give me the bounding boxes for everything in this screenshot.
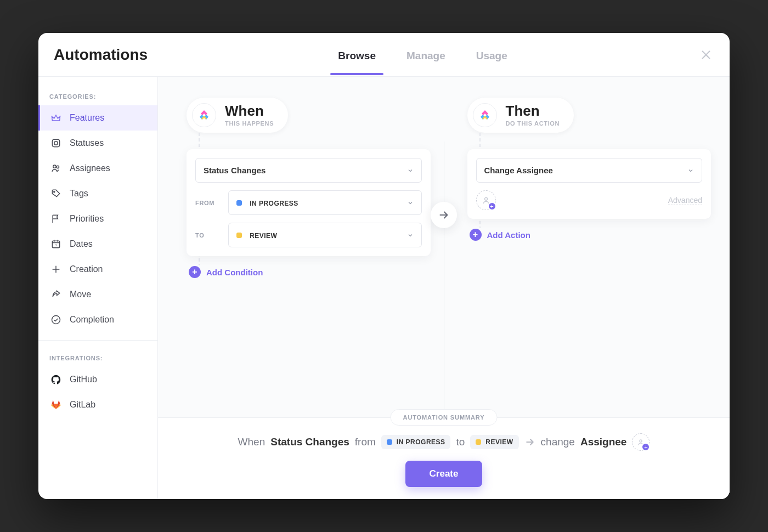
main: When THIS HAPPENS Status Changes — [158, 77, 730, 499]
when-title: When — [225, 104, 274, 118]
sidebar-item-creation[interactable]: Creation — [38, 257, 157, 282]
chevron-down-icon — [687, 167, 694, 174]
advanced-link[interactable]: Advanced — [668, 196, 702, 205]
when-column: When THIS HAPPENS Status Changes — [177, 98, 431, 417]
trigger-select[interactable]: Status Changes — [195, 158, 422, 183]
then-panel-wrap: Change Assignee + Advanced — [479, 137, 711, 241]
sidebar-item-dates[interactable]: 1 Dates — [38, 231, 157, 257]
summary-from-word: from — [355, 436, 376, 448]
from-row: FROM IN PROGRESS — [195, 190, 422, 215]
sidebar-item-assignees[interactable]: Assignees — [38, 156, 157, 181]
add-condition-button[interactable]: + Add Condition — [189, 266, 431, 278]
then-panel: Change Assignee + Advanced — [467, 149, 711, 219]
tab-browse[interactable]: Browse — [336, 36, 378, 74]
to-status-select[interactable]: REVIEW — [228, 223, 422, 247]
sidebar-item-gitlab[interactable]: GitLab — [38, 392, 157, 417]
sidebar-integrations-label: INTEGRATIONS: — [38, 348, 157, 367]
square-icon — [50, 137, 62, 149]
svg-rect-2 — [52, 139, 59, 146]
summary-footer: AUTOMATION SUMMARY When Status Changes f… — [158, 417, 730, 499]
sidebar-item-label: Statuses — [70, 138, 104, 148]
status-dot — [387, 439, 392, 445]
sidebar-item-label: Move — [70, 290, 91, 299]
trigger-value: Status Changes — [204, 166, 266, 175]
status-dot — [236, 200, 242, 206]
sidebar-item-statuses[interactable]: Statuses — [38, 131, 157, 156]
status-dot — [236, 233, 242, 238]
sidebar-item-completion[interactable]: Completion — [38, 307, 157, 332]
sidebar-item-label: Assignees — [70, 163, 110, 173]
summary-when-word: When — [238, 436, 266, 448]
add-assignee-button[interactable]: + — [476, 190, 496, 210]
summary-trigger: Status Changes — [270, 436, 349, 448]
arrow-connector — [431, 202, 457, 228]
modal-header: Automations Browse Manage Usage — [38, 33, 730, 77]
sidebar-item-label: Features — [70, 113, 104, 123]
sidebar-categories-label: CATEGORIES: — [38, 87, 157, 105]
sidebar-item-features[interactable]: Features — [38, 105, 157, 131]
plus-circle-icon: + — [470, 229, 482, 241]
sidebar-item-label: Creation — [70, 264, 103, 274]
users-icon — [50, 162, 62, 174]
summary-from-chip: IN PROGRESS — [381, 435, 451, 449]
summary-title: AUTOMATION SUMMARY — [391, 409, 498, 426]
sidebar-item-tags[interactable]: Tags — [38, 181, 157, 206]
summary-to-word: to — [456, 436, 465, 448]
plus-circle-icon: + — [189, 266, 201, 278]
plus-badge-icon: + — [641, 443, 650, 451]
action-select[interactable]: Change Assignee — [476, 158, 703, 183]
sidebar-item-label: GitHub — [70, 375, 97, 384]
when-subtitle: THIS HAPPENS — [225, 120, 274, 127]
sidebar-item-priorities[interactable]: Priorities — [38, 206, 157, 231]
tab-usage[interactable]: Usage — [474, 36, 510, 74]
sidebar-item-label: Completion — [70, 315, 114, 325]
tab-manage[interactable]: Manage — [404, 36, 448, 74]
modal-body: CATEGORIES: Features Statuses Assignees — [38, 77, 730, 499]
svg-point-5 — [57, 166, 59, 168]
status-dot — [476, 439, 481, 445]
brand-logo — [473, 103, 497, 127]
plus-icon — [50, 263, 62, 275]
summary-to-status: REVIEW — [485, 438, 513, 446]
plus-badge-icon: + — [488, 202, 496, 211]
svg-point-9 — [52, 316, 60, 324]
when-panel: Status Changes FROM IN P — [187, 149, 431, 256]
check-circle-icon — [50, 314, 62, 326]
add-action-button[interactable]: + Add Action — [470, 229, 711, 241]
summary-change-word: change — [541, 436, 575, 448]
to-label: TO — [195, 232, 222, 239]
create-button[interactable]: Create — [405, 461, 483, 487]
automations-modal: Automations Browse Manage Usage CATEGORI… — [38, 33, 730, 499]
close-icon — [700, 49, 712, 61]
summary-to-chip: REVIEW — [470, 435, 518, 449]
action-value: Change Assignee — [484, 166, 553, 175]
from-status-value: IN PROGRESS — [250, 200, 298, 207]
summary-assignee-avatar[interactable]: + — [632, 433, 650, 451]
flag-icon — [50, 213, 62, 225]
svg-rect-3 — [54, 142, 58, 145]
tag-icon — [50, 188, 62, 200]
sidebar-item-label: Priorities — [70, 214, 104, 224]
chevron-down-icon — [407, 167, 414, 174]
close-button[interactable] — [698, 47, 714, 63]
automation-canvas: When THIS HAPPENS Status Changes — [158, 77, 730, 417]
to-status-value: REVIEW — [250, 232, 277, 240]
sidebar-item-label: Tags — [70, 189, 88, 199]
from-status-select[interactable]: IN PROGRESS — [228, 190, 422, 215]
crown-icon — [50, 112, 62, 124]
chevron-down-icon — [407, 232, 414, 239]
svg-text:1: 1 — [55, 244, 57, 247]
add-condition-label: Add Condition — [206, 268, 263, 277]
summary-line: When Status Changes from IN PROGRESS to … — [171, 433, 716, 451]
sidebar-item-move[interactable]: Move — [38, 282, 157, 307]
arrow-right-icon — [524, 437, 535, 448]
then-header: Then DO THIS ACTION — [467, 98, 574, 133]
sidebar-item-label: GitLab — [70, 400, 95, 410]
gitlab-icon — [50, 399, 62, 411]
to-row: TO REVIEW — [195, 223, 422, 247]
sidebar-item-github[interactable]: GitHub — [38, 367, 157, 392]
summary-assignee: Assignee — [580, 436, 626, 448]
sidebar-separator — [38, 340, 157, 341]
svg-point-11 — [640, 440, 642, 442]
page-title: Automations — [54, 46, 148, 64]
